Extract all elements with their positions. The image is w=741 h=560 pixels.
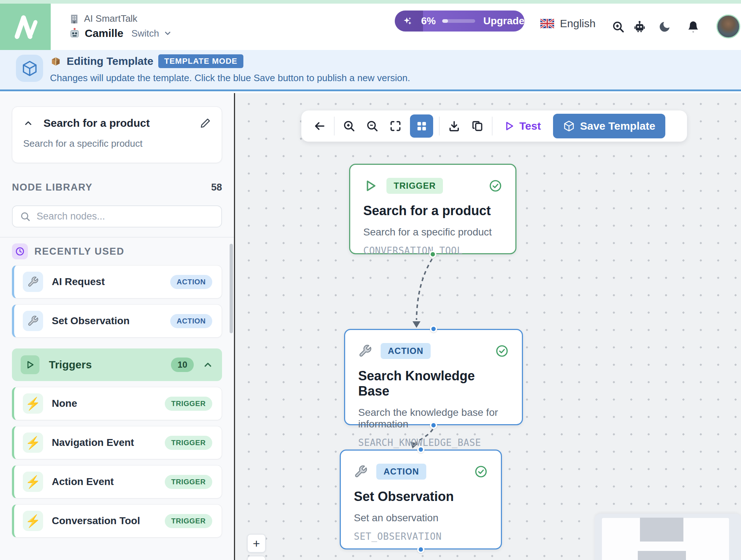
zoom-in-icon xyxy=(343,120,356,133)
search-zoom-icon[interactable] xyxy=(612,20,625,33)
action-badge: ACTION xyxy=(170,314,212,328)
app-logo[interactable] xyxy=(0,4,51,50)
trigger-item-label: Conversation Tool xyxy=(52,515,140,527)
top-accent-strip xyxy=(0,0,741,4)
robot-face-icon xyxy=(69,28,80,39)
node-search-input[interactable] xyxy=(37,211,210,222)
chevron-down-icon[interactable] xyxy=(163,29,172,38)
building-icon xyxy=(69,13,80,24)
recently-used-heading: RECENTLY USED xyxy=(34,246,124,257)
wrench-icon xyxy=(358,344,372,358)
lightning-icon: ⚡ xyxy=(25,435,41,450)
fit-view-button[interactable] xyxy=(387,117,404,135)
robot-assistant-icon[interactable] xyxy=(633,20,646,33)
save-template-label: Save Template xyxy=(580,120,655,132)
library-item-label: AI Request xyxy=(52,276,105,288)
zoom-in-button[interactable] xyxy=(340,117,358,135)
minimap[interactable] xyxy=(595,514,741,560)
banner-message: Changes will update the template. Click … xyxy=(50,72,410,84)
trigger-item-label: None xyxy=(52,398,77,409)
agent-row[interactable]: Camille Switch xyxy=(69,27,172,39)
workspace-row: AI SmartTalk xyxy=(69,13,172,24)
chevron-up-icon[interactable] xyxy=(202,359,213,370)
lightning-icon-container: ⚡ xyxy=(23,511,43,531)
trigger-item-navigation-event[interactable]: ⚡ Navigation Event TRIGGER xyxy=(12,426,222,459)
collapse-chevron-up-icon[interactable] xyxy=(23,118,33,128)
node-library-heading: NODE LIBRARY xyxy=(12,182,93,193)
library-item-set-observation[interactable]: Set Observation ACTION xyxy=(12,304,222,338)
library-item-ai-request[interactable]: AI Request ACTION xyxy=(12,265,222,298)
cube-icon xyxy=(21,60,38,77)
clock-icon xyxy=(15,246,25,256)
flow-node-search-for-a-product[interactable]: TRIGGER Search for a product Search for … xyxy=(349,164,516,254)
cube-icon xyxy=(563,120,575,132)
lightning-icon-container: ⚡ xyxy=(23,472,43,492)
trigger-item-action-event[interactable]: ⚡ Action Event TRIGGER xyxy=(12,465,222,498)
export-button[interactable] xyxy=(445,117,463,135)
node-code: SEARCH_KNOWLEDGE_BASE xyxy=(358,437,509,448)
language-selector[interactable]: English xyxy=(540,17,595,30)
test-button[interactable]: Test xyxy=(498,120,546,132)
wrench-icon-container xyxy=(23,272,43,292)
template-mode-banner: Editing Template TEMPLATE MODE Changes w… xyxy=(0,50,741,91)
flow-node-search-knowledge-base[interactable]: ACTION Search Knowledge Base Search the … xyxy=(344,329,523,425)
package-icon xyxy=(50,55,62,67)
node-code: SET_OBSERVATION xyxy=(354,531,488,542)
agent-name: Camille xyxy=(85,27,124,39)
node-output-handle[interactable] xyxy=(430,422,437,429)
node-library-header: NODE LIBRARY 58 xyxy=(12,182,222,193)
save-template-button[interactable]: Save Template xyxy=(553,114,665,138)
copy-icon xyxy=(471,120,484,133)
back-button[interactable] xyxy=(311,117,328,135)
check-circle-icon xyxy=(474,465,488,478)
arrow-left-icon xyxy=(313,120,326,133)
flow-node-set-observation[interactable]: ACTION Set Observation Set an observatio… xyxy=(340,450,502,549)
triggers-group-header[interactable]: Triggers 10 xyxy=(12,348,222,381)
node-output-handle[interactable] xyxy=(417,546,424,553)
node-title: Search for a product xyxy=(363,203,502,218)
uk-flag-icon xyxy=(540,19,554,28)
lightning-icon: ⚡ xyxy=(25,514,41,528)
sidebar-scrollbar[interactable] xyxy=(230,244,233,333)
switch-agent-link[interactable]: Switch xyxy=(131,28,159,39)
usage-percent: 6% xyxy=(421,15,436,27)
clock-icon-container xyxy=(12,243,28,259)
node-type-badge: TRIGGER xyxy=(386,178,443,194)
node-search-box[interactable] xyxy=(12,205,222,227)
node-output-handle[interactable] xyxy=(429,251,436,258)
search-icon xyxy=(20,211,31,222)
canvas-toolbar: Test Save Template xyxy=(301,110,687,142)
duplicate-button[interactable] xyxy=(469,117,486,135)
check-circle-icon xyxy=(495,344,509,358)
node-type-badge: ACTION xyxy=(381,343,431,359)
node-input-handle[interactable] xyxy=(417,446,424,453)
usage-progress-bar xyxy=(442,19,475,23)
brand-logo-icon xyxy=(10,11,41,42)
trigger-item-none[interactable]: ⚡ None TRIGGER xyxy=(12,387,222,420)
edit-pencil-icon[interactable] xyxy=(200,118,211,129)
node-type-badge: ACTION xyxy=(376,464,426,480)
trigger-badge: TRIGGER xyxy=(165,436,212,450)
play-icon xyxy=(503,120,515,132)
flow-canvas[interactable]: Test Save Template xyxy=(235,93,741,560)
dark-mode-moon-icon[interactable] xyxy=(658,20,671,33)
trigger-badge: TRIGGER xyxy=(165,475,212,489)
trigger-item-conversation-tool[interactable]: ⚡ Conversation Tool TRIGGER xyxy=(12,504,222,538)
sidebar-divider xyxy=(0,237,234,238)
node-input-handle[interactable] xyxy=(430,325,437,333)
main-area: Search for a product Search for a specif… xyxy=(0,93,741,560)
node-subtitle: Search for a specific product xyxy=(363,226,502,238)
upgrade-plan-button[interactable]: 6% Upgrade xyxy=(395,11,524,32)
grid-layout-button[interactable] xyxy=(410,114,433,138)
template-mode-badge: TEMPLATE MODE xyxy=(158,54,243,68)
trigger-item-label: Navigation Event xyxy=(52,437,134,448)
check-circle-icon xyxy=(489,179,502,193)
notifications-bell-icon[interactable] xyxy=(687,20,700,33)
canvas-zoom-in-button[interactable]: + xyxy=(247,534,266,553)
selected-node-card[interactable]: Search for a product Search for a specif… xyxy=(12,106,222,163)
zoom-out-button[interactable] xyxy=(364,117,381,135)
user-avatar[interactable] xyxy=(716,14,740,38)
canvas-zoom-out-button[interactable]: − xyxy=(247,556,266,560)
wrench-icon xyxy=(354,465,368,478)
node-library-count: 58 xyxy=(211,182,222,193)
